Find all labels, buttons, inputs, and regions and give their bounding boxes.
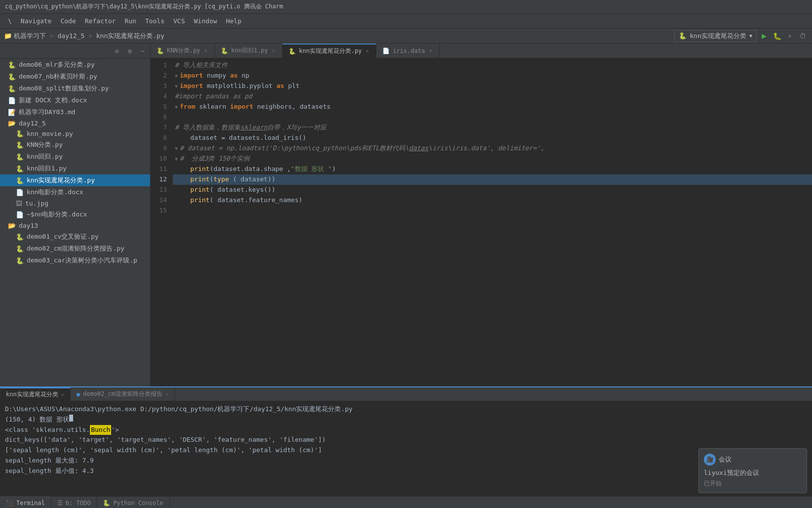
menu-navigate[interactable]: Navigate	[17, 16, 56, 26]
bottom-toolbar-console[interactable]: 🐍 Python Console	[97, 496, 169, 508]
menu-tools[interactable]: Tools	[141, 16, 168, 26]
tab-label: knn实现鸢尾花分类.py	[299, 47, 362, 55]
todo-icon: ☰	[57, 500, 63, 507]
tab-close-icon[interactable]: ✕	[365, 48, 370, 54]
bottom-tab-close-icon[interactable]: ✕	[165, 391, 168, 397]
menu-code[interactable]: Code	[56, 16, 80, 26]
comment-text: # dataset = np.loadtxt('D:\python\cq_pyt…	[180, 143, 544, 154]
meeting-icon: 🎥	[704, 454, 716, 466]
tab-iris-data[interactable]: 📄 iris.data ✕	[376, 43, 440, 58]
tab-close-icon[interactable]: ✕	[428, 47, 433, 54]
breadcrumb-item-1[interactable]: day12_5	[57, 32, 84, 40]
sidebar-item-tmp-doc[interactable]: 📄 ~$nn电影分类.docx	[0, 209, 150, 220]
terminal-line-6: sepal_length 最小值: 4.3	[5, 466, 807, 476]
md-file-icon: 📝	[8, 109, 16, 116]
code-content[interactable]: # 导入相关库文件 ▼ import numpy as np ▼ import …	[173, 60, 812, 216]
sidebar-item-docx[interactable]: 📄 新建 DOCX 文档.docx	[0, 94, 150, 106]
title-text: cq_python\cq_python\机器学习下\day12_5\knn实现鸢…	[5, 2, 283, 11]
code-line-5: ▼ from sklearn import neighbors, dataset…	[173, 102, 812, 112]
sidebar-settings-icon[interactable]: ⚙	[124, 45, 135, 56]
fold-btn-5[interactable]: ▼	[175, 103, 178, 111]
sidebar-item-label: knn电影分类.docx	[27, 188, 83, 197]
python-file-icon: 🐍	[8, 85, 16, 92]
ln-10: 10	[151, 154, 167, 164]
menu-refactor[interactable]: Refactor	[81, 16, 120, 26]
terminal-line-5: sepal_length 最大值: 7.9	[5, 456, 807, 466]
menu-window[interactable]: Window	[190, 16, 221, 26]
terminal-output[interactable]: D:\Users\ASUS\Anaconda3\python.exe D:/py…	[0, 401, 812, 496]
sidebar-item-demo02[interactable]: 🐍 demo02_cm混淆矩阵分类报告.py	[0, 243, 150, 254]
doc-file-icon: 📄	[16, 189, 24, 196]
bottom-toolbar-terminal[interactable]: ⬛ Terminal	[0, 496, 51, 508]
img-file-icon: 🖼	[16, 200, 22, 207]
sidebar-item-label: demo03_car决策树分类小汽车评级.p	[27, 256, 137, 265]
sidebar-item-tu[interactable]: 🖼 tu.jpg	[0, 198, 150, 209]
fold-btn-3[interactable]: ▼	[175, 83, 178, 90]
breadcrumb-item-0[interactable]: 机器学习下	[14, 32, 46, 41]
fold-btn-9[interactable]: ▼	[175, 145, 178, 153]
menu-run[interactable]: Run	[121, 16, 140, 26]
tab-knn-iris[interactable]: 🐍 knn实现鸢尾花分类.py ✕	[283, 43, 376, 58]
menu-vcs[interactable]: VCS	[169, 16, 189, 26]
notification-app: 会议	[719, 455, 731, 464]
sidebar-item-day12[interactable]: 📂 day12_5	[0, 118, 150, 128]
python-file-icon: 🐍	[16, 153, 24, 161]
tab-knn-reg1[interactable]: 🐍 knn回归1.py ✕	[215, 43, 283, 58]
fold-btn-2[interactable]: ▼	[175, 72, 178, 80]
sidebar-item-label: knn实现鸢尾花分类.py	[27, 176, 95, 185]
bottom-tab-demo02[interactable]: ● demo02_cm混淆矩阵分类报告 ✕	[71, 387, 175, 401]
terminal-line-1: (150, 4) 数据 形状	[5, 415, 807, 425]
coverage-button[interactable]: ⚡	[784, 31, 795, 42]
sidebar-item-day13[interactable]: 📂 day13	[0, 220, 150, 231]
sidebar-item-knn-class[interactable]: 🐍 KNN分类.py	[0, 139, 150, 151]
sidebar-item-label: demo01_cv交叉验证.py	[27, 232, 99, 241]
python-file-icon: 🐍	[16, 130, 24, 137]
sidebar-item-demo08[interactable]: 🐍 demo08_split数据集划分.py	[0, 83, 150, 94]
sidebar-item-md[interactable]: 📝 机器学习DAY03.md	[0, 106, 150, 118]
ln-3: 3	[151, 81, 167, 91]
bottom-toolbar-todo[interactable]: ☰ 6: TODO	[51, 496, 97, 508]
run-config-dropdown[interactable]: 🐍 knn实现鸢尾花分类 ▼	[674, 30, 757, 42]
run-play-button[interactable]: ▶	[759, 31, 770, 42]
ln-9: 9	[151, 143, 167, 154]
code-text: ))	[268, 174, 276, 185]
menu-help[interactable]: Help	[222, 16, 245, 26]
menu-file[interactable]: \	[4, 16, 16, 26]
sidebar-item-knn-movie[interactable]: 🐍 knn_movie.py	[0, 128, 150, 139]
terminal-text: '>	[111, 425, 119, 435]
sidebar-item-knn-reg1[interactable]: 🐍 knn回归1.py	[0, 163, 150, 174]
tab-close-icon[interactable]: ✕	[271, 47, 277, 54]
sidebar-item-knn-iris[interactable]: 🐍 knn实现鸢尾花分类.py	[0, 174, 150, 186]
sidebar-item-knn-reg[interactable]: 🐍 knn回归.py	[0, 151, 150, 163]
tab-close-icon[interactable]: ✕	[203, 47, 208, 54]
ln-11: 11	[151, 164, 167, 174]
code-line-14: print ( dataset.feature_names)	[173, 195, 812, 206]
bottom-tab-knn-iris[interactable]: knn实现鸢尾花分类 ✕	[0, 387, 71, 401]
bottom-tab-close-icon[interactable]: ✕	[61, 392, 64, 397]
sidebar-item-demo07[interactable]: 🐍 demo07_nb朴素贝叶斯.py	[0, 71, 150, 83]
notification-title: liyuxi预定的会议	[704, 468, 802, 477]
tab-knn-class[interactable]: 🐍 KNN分类.py ✕	[151, 43, 215, 58]
comment-text: # 导入相关库文件	[175, 60, 228, 71]
bottom-tab-dot: ●	[77, 391, 80, 398]
keyword: import	[230, 102, 253, 112]
sidebar-item-label: tu.jpg	[25, 200, 48, 207]
keyword: import	[180, 81, 203, 91]
sidebar-collapse-icon[interactable]: −	[137, 45, 148, 56]
sidebar-item-demo01[interactable]: 🐍 demo01_cv交叉验证.py	[0, 231, 150, 243]
sidebar-item-knn-movie-doc[interactable]: 📄 knn电影分类.docx	[0, 186, 150, 198]
sidebar-item-label: day13	[19, 222, 38, 229]
fold-btn-10[interactable]: ▼	[175, 155, 178, 163]
profile-button[interactable]: ⏱	[797, 31, 808, 42]
code-line-13: print ( dataset.keys())	[173, 185, 812, 195]
content-area: ⊙ ⚙ − 🐍 demo06_mlr多元分类.py 🐍 demo07_nb朴素贝…	[0, 43, 812, 386]
python-file-icon: 🐍	[8, 61, 16, 69]
comment-text: # 导入数据集，数据集sklearn自带，X与y一一对应	[175, 123, 326, 133]
breadcrumb-item-2[interactable]: knn实现鸢尾花分类.py	[96, 32, 164, 41]
terminal-text: <class 'sklearn.utils.	[5, 425, 90, 435]
sidebar-item-demo03[interactable]: 🐍 demo03_car决策树分类小汽车评级.p	[0, 254, 150, 266]
sidebar-item-demo06[interactable]: 🐍 demo06_mlr多元分类.py	[0, 59, 150, 71]
ln-15: 15	[151, 206, 167, 216]
sidebar-expand-icon[interactable]: ⊙	[112, 45, 122, 56]
debug-button[interactable]: 🐛	[771, 31, 782, 42]
